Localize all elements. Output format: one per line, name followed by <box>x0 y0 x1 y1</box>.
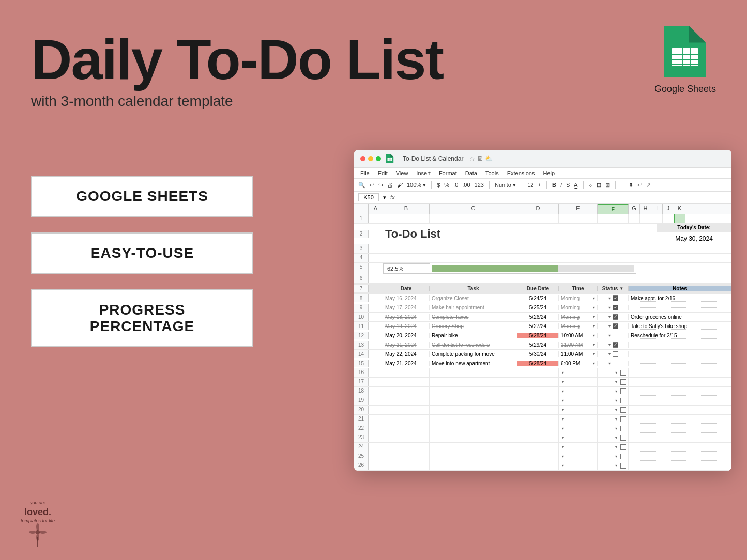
bold-button[interactable]: B <box>552 182 556 188</box>
cell-status-1[interactable]: ▾ <box>598 305 629 310</box>
zoom-control[interactable]: 100% ▾ <box>407 182 426 189</box>
menu-tools[interactable]: Tools <box>485 170 499 176</box>
cell-a-5[interactable] <box>369 344 383 346</box>
cell-time-4[interactable]: 10:00 AM ▾ <box>559 333 598 338</box>
decimal-decrease[interactable]: .0 <box>453 182 458 188</box>
checkbox-5[interactable] <box>613 342 618 348</box>
cell-time-2[interactable]: Morning ▾ <box>559 314 598 320</box>
number-format[interactable]: 123 <box>475 182 484 188</box>
cell-time-7[interactable]: 6:00 PM ▾ <box>559 361 598 366</box>
cell-task-4[interactable]: Repair bike <box>430 333 517 338</box>
cell-rest-6[interactable] <box>636 274 731 283</box>
cell-a-2[interactable] <box>369 316 383 318</box>
checkbox-3[interactable] <box>613 323 618 329</box>
cell-date-7[interactable]: May 21, 2024 <box>383 361 430 366</box>
menu-edit[interactable]: Edit <box>378 170 388 176</box>
cell-b3[interactable] <box>383 244 636 253</box>
cell-a-0[interactable] <box>369 298 383 300</box>
cell-time-6[interactable]: 11:00 AM ▾ <box>559 351 598 357</box>
rotate-icon[interactable]: ↗ <box>646 182 651 189</box>
checkbox-0[interactable] <box>613 295 618 301</box>
cell-time-3[interactable]: Morning ▾ <box>559 323 598 329</box>
borders-icon[interactable]: ⊞ <box>597 182 601 189</box>
valign-icon[interactable]: ⬍ <box>629 182 633 189</box>
font-size[interactable]: 12 <box>527 182 533 188</box>
currency-button[interactable]: $ <box>437 182 440 188</box>
cell-reference[interactable]: K50 <box>358 193 379 201</box>
cell-date-1[interactable]: May 17, 2024 <box>383 305 430 310</box>
cell-a-7[interactable] <box>369 363 383 365</box>
cell-notes-6[interactable] <box>629 354 731 354</box>
cell-k1[interactable] <box>674 214 685 223</box>
cell-task-1[interactable]: Make hair appointment <box>430 305 517 310</box>
cell-time-5[interactable]: 11:00 AM ▾ <box>559 342 598 348</box>
cell-task-5[interactable]: Call dentist to reschedule <box>430 342 517 348</box>
minus-icon[interactable]: − <box>520 182 523 188</box>
cell-c1[interactable] <box>430 214 517 223</box>
wrap-icon[interactable]: ↵ <box>637 182 642 189</box>
cell-rest-4[interactable] <box>636 254 731 262</box>
menu-file[interactable]: File <box>360 170 370 176</box>
cell-b6[interactable] <box>383 274 636 283</box>
menu-view[interactable]: View <box>396 170 408 176</box>
cell-g1[interactable] <box>629 214 640 223</box>
checkbox-1[interactable] <box>613 305 618 310</box>
cell-status-7[interactable]: ▾ <box>598 361 629 366</box>
undo-icon[interactable]: ↩ <box>370 182 374 189</box>
decimal-increase[interactable]: .00 <box>462 182 470 188</box>
cell-a5[interactable] <box>369 263 383 274</box>
cell-time-1[interactable]: Morning ▾ <box>559 305 598 310</box>
menu-format[interactable]: Format <box>439 170 457 176</box>
cell-status-3[interactable]: ▾ <box>598 323 629 329</box>
cell-due-4[interactable]: 5/28/24 <box>517 333 559 338</box>
cell-notes-0[interactable]: Make appt. for 2/16 <box>629 295 731 302</box>
cell-a-1[interactable] <box>369 307 383 309</box>
cell-task-6[interactable]: Complete packing for move <box>430 351 517 357</box>
cell-a2[interactable] <box>369 233 383 235</box>
merge-cells-icon[interactable]: ⊠ <box>605 182 610 189</box>
cell-h1[interactable] <box>640 214 651 223</box>
cell-notes-3[interactable]: Take to Sally's bike shop <box>629 323 731 330</box>
paint-format-icon[interactable]: 🖌 <box>397 182 403 188</box>
checkbox-4[interactable] <box>613 333 618 338</box>
cell-status-6[interactable]: ▾ <box>598 351 629 357</box>
cell-e1[interactable] <box>559 214 598 223</box>
italic-button[interactable]: I <box>560 182 562 188</box>
menu-data[interactable]: Data <box>465 170 477 176</box>
cell-due-5[interactable]: 5/29/24 <box>517 342 559 348</box>
cell-a3[interactable] <box>369 244 383 253</box>
menu-help[interactable]: Help <box>543 170 555 176</box>
cell-task-7[interactable]: Move into new apartment <box>430 361 517 366</box>
plus-icon[interactable]: + <box>538 182 541 188</box>
cell-status-4[interactable]: ▾ <box>598 333 629 338</box>
align-icon[interactable]: ≡ <box>621 182 624 188</box>
percent-button[interactable]: % <box>444 182 449 188</box>
cell-b1[interactable] <box>383 214 430 223</box>
cell-b4[interactable] <box>383 254 636 262</box>
cell-task-2[interactable]: Complete Taxes <box>430 314 517 320</box>
cell-status-5[interactable]: ▾ <box>598 342 629 348</box>
cell-due-2[interactable]: 5/26/24 <box>517 314 559 320</box>
cell-date-4[interactable]: May 20, 2024 <box>383 333 430 338</box>
checkbox-2[interactable] <box>613 314 618 320</box>
cell-a1[interactable] <box>369 214 383 223</box>
cell-due-1[interactable]: 5/25/24 <box>517 305 559 310</box>
redo-icon[interactable]: ↪ <box>378 182 383 189</box>
cell-i1[interactable] <box>651 214 663 223</box>
print-icon[interactable]: 🖨 <box>387 182 393 188</box>
strikethrough-button[interactable]: S <box>566 182 570 188</box>
cell-date-5[interactable]: May 21, 2024 <box>383 342 430 348</box>
menu-extensions[interactable]: Extensions <box>507 170 535 176</box>
cell-due-0[interactable]: 5/24/24 <box>517 295 559 301</box>
cell-notes-5[interactable] <box>629 345 731 345</box>
cell-notes-4[interactable]: Reschedule for 2/15 <box>629 333 731 339</box>
cell-task-0[interactable]: Organize Closet <box>430 295 517 301</box>
menu-insert[interactable]: Insert <box>416 170 431 176</box>
cell-status-0[interactable]: ▾ <box>598 295 629 301</box>
font-selector[interactable]: Nunito ▾ <box>495 182 516 189</box>
cell-notes-2[interactable]: Order groceries online <box>629 314 731 320</box>
cell-date-2[interactable]: May 18, 2024 <box>383 314 430 320</box>
cell-a6[interactable] <box>369 274 383 283</box>
cell-a4[interactable] <box>369 254 383 262</box>
search-icon[interactable]: 🔍 <box>358 182 365 189</box>
